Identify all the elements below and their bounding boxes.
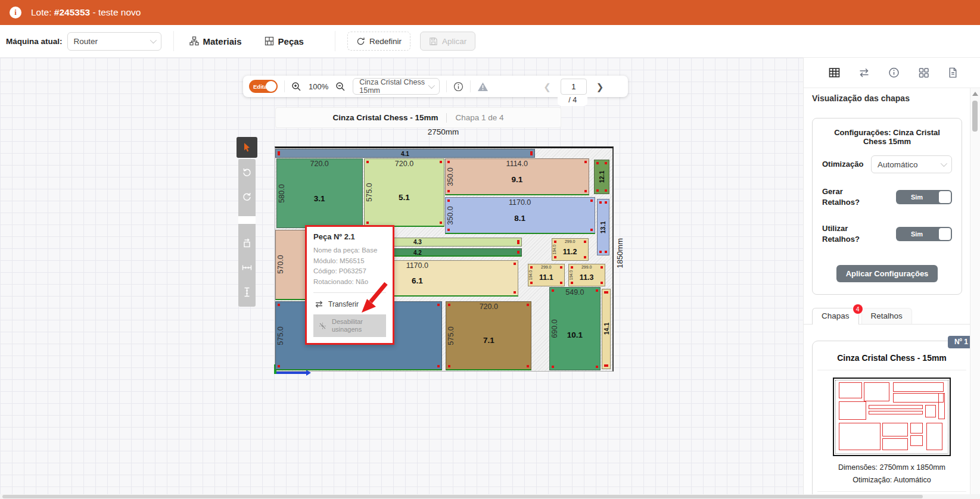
tab-chapas[interactable]: Chapas 4 [812, 308, 859, 325]
measure-horizontal-button[interactable] [242, 263, 252, 273]
machining-dot-icon [530, 153, 533, 155]
info-circle-icon [453, 82, 463, 92]
machining-dot-icon [552, 289, 554, 292]
piece-3.1[interactable]: 720.0580.03.1 [276, 158, 363, 228]
popup-line: Nome da peça: Base [313, 245, 386, 256]
next-sheet-button[interactable]: ❯ [594, 82, 606, 91]
tab-sheets-table[interactable] [827, 66, 842, 80]
rotate-cw-button[interactable] [242, 192, 252, 202]
divider [173, 31, 174, 51]
piece-label: 580.0 [278, 184, 286, 202]
machining-dot-icon [278, 304, 280, 306]
machining-dot-icon [605, 162, 607, 164]
machining-dot-icon [447, 199, 450, 202]
zoom-out-button[interactable] [335, 82, 346, 92]
machining-dot-icon [584, 241, 586, 243]
piece-label: 1114.0 [446, 160, 589, 168]
piece-9.1[interactable]: 1114.0350.09.1 [445, 158, 589, 195]
piece-8.1[interactable]: 1170.0350.08.1 [445, 197, 595, 234]
machining-dot-icon [440, 161, 442, 163]
utilizar-retalhos-row: Utilizar Retalhos? Sim [822, 223, 952, 245]
tab-retalhos[interactable]: Retalhos [861, 308, 912, 324]
piece-5.1[interactable]: 720.0575.05.1 [364, 158, 444, 226]
machining-dot-icon [448, 304, 450, 306]
rotate-square-button[interactable] [242, 238, 252, 248]
gerar-retalhos-row: Gerar Retalhos? Sim [822, 186, 952, 208]
machining-dot-icon [584, 161, 587, 163]
rotate-cw-icon [242, 192, 252, 202]
material-select[interactable]: Cinza Cristal Chess 15mm [353, 78, 440, 95]
machine-select[interactable]: Router [67, 32, 161, 51]
piece-label: 720.0 [277, 160, 362, 168]
measure-vertical-button[interactable] [242, 287, 252, 297]
tab-swap[interactable] [857, 66, 872, 80]
rotate-ccw-button[interactable] [242, 167, 252, 177]
popup-title: Peça Nº 2.1 [313, 232, 386, 241]
machining-dot-icon [530, 282, 533, 284]
utilizar-retalhos-toggle[interactable]: Sim [896, 227, 952, 241]
piece-label: 6.1 [412, 276, 423, 285]
tab-info[interactable] [886, 66, 901, 80]
prev-sheet-button[interactable]: ❮ [541, 82, 553, 91]
gerar-retalhos-toggle[interactable]: Sim [896, 190, 952, 204]
machining-dot-icon [606, 291, 608, 294]
machining-dot-icon [584, 256, 586, 258]
otimizacao-select[interactable]: Automático [871, 155, 952, 173]
piece-11.2[interactable]: 299.0194.011.2 [552, 238, 589, 261]
piece-13.1[interactable]: 13.1 [597, 199, 609, 255]
piece-11.3[interactable]: 299.0194.011.3 [568, 264, 605, 286]
materiais-button[interactable]: Materiais [186, 36, 245, 47]
pecas-button[interactable]: Peças [261, 36, 307, 47]
machining-dot-icon [606, 364, 608, 367]
piece-label: 13.1 [599, 222, 606, 233]
palette-divider-bar [238, 216, 256, 224]
scrollbar-thumb[interactable] [972, 101, 978, 132]
piece-label: 575.0 [365, 183, 374, 201]
sheet-title: Cinza Cristal Chess - 15mm [332, 113, 438, 122]
page-input[interactable] [561, 79, 587, 95]
scroll-up-icon[interactable] [972, 92, 978, 96]
sheet-info-button[interactable] [453, 82, 463, 92]
machining-dot-icon [596, 162, 599, 164]
tab-apps[interactable] [916, 66, 931, 80]
lote-title: Lote: #245353 - teste novo [31, 7, 141, 18]
apply-config-button[interactable]: Aplicar Configurações [836, 265, 938, 282]
desabilitar-usinagens-menu-item[interactable]: Desabilitar usinagens [313, 314, 386, 337]
cut-grid-icon [265, 36, 274, 46]
horizontal-scrollbar[interactable] [0, 494, 980, 499]
machining-dot-icon [571, 282, 573, 284]
cursor-icon [242, 142, 252, 153]
warning-button[interactable] [477, 82, 489, 92]
sheet-width-label: 2750mm [275, 127, 612, 136]
edit-toggle[interactable]: Editar [249, 80, 278, 93]
zoom-in-button[interactable] [291, 82, 301, 92]
sidebar-scrollbar[interactable] [970, 88, 980, 494]
redefinir-button[interactable]: Redefinir [347, 32, 410, 51]
cursor-tool-button[interactable] [237, 137, 257, 158]
measure-horizontal-icon [242, 263, 252, 273]
sheet-thumbnail[interactable] [833, 378, 951, 456]
table-icon [828, 67, 841, 79]
piece-7.1[interactable]: 720.0575.07.1 [446, 301, 531, 370]
aplicar-button[interactable]: Aplicar [420, 32, 475, 51]
piece-label: 9.1 [511, 174, 522, 183]
machining-dot-icon [437, 304, 440, 306]
info-icon [888, 67, 900, 79]
piece-11.1[interactable]: 299.0194.011.1 [528, 264, 565, 286]
piece-10.1[interactable]: 549.0690.010.1 [549, 287, 601, 370]
tab-document[interactable] [946, 66, 960, 80]
piece-14.1[interactable]: 14.1 [602, 289, 611, 370]
divider [817, 370, 966, 370]
piece-12.1[interactable]: 12.1 [594, 160, 609, 194]
piece-label: 11.3 [580, 273, 594, 282]
sidebar-heading: Visualização das chapas [804, 88, 980, 108]
sheet-card[interactable]: Nº 1 Cinza Cristal Chess - 15mm [812, 341, 972, 499]
toggle-knob [939, 191, 951, 203]
horizontal-scrollbar-thumb[interactable] [2, 495, 923, 498]
piece-4.1[interactable]: 4.1 [275, 149, 535, 157]
machining-dot-icon [447, 190, 450, 192]
canvas-area[interactable]: Editar 100% Cinza Cris [0, 58, 803, 499]
machining-dot-icon [554, 256, 556, 258]
sheet-height-label: 1850mm [615, 238, 624, 269]
divider [335, 31, 335, 51]
